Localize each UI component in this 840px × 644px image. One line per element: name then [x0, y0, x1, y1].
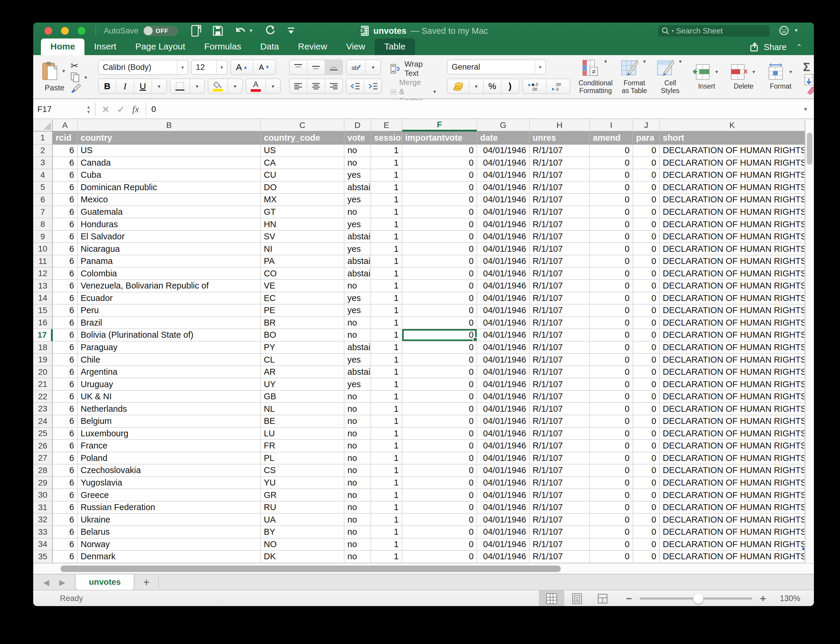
cell-I15[interactable]: 0: [590, 304, 633, 317]
cell-G27[interactable]: 04/01/1946: [477, 452, 530, 465]
row-header-12[interactable]: 12: [33, 268, 53, 280]
cell-D31[interactable]: no: [344, 501, 371, 514]
cell-I28[interactable]: 0: [590, 465, 633, 477]
cell-G26[interactable]: 04/01/1946: [477, 440, 530, 452]
cell-E8[interactable]: 1: [371, 219, 402, 231]
cell-styles-dropdown-arrow[interactable]: ▼: [676, 59, 684, 64]
cell-D16[interactable]: no: [344, 317, 371, 329]
horizontal-scrollbar-thumb[interactable]: [61, 565, 561, 572]
cell-J33[interactable]: 0: [633, 526, 660, 539]
cell-B11[interactable]: Panama: [77, 255, 261, 268]
cell-J32[interactable]: 0: [633, 514, 660, 526]
cell-A32[interactable]: 6: [53, 514, 77, 526]
ribbon-tab-formulas[interactable]: Formulas: [195, 38, 251, 55]
cell-A25[interactable]: 6: [53, 428, 77, 440]
cell-F33[interactable]: 0: [402, 526, 477, 539]
page-break-view-button[interactable]: [590, 590, 615, 606]
cell-H26[interactable]: R/1/107: [530, 440, 590, 452]
cell-D24[interactable]: no: [344, 415, 371, 428]
cell-I9[interactable]: 0: [590, 231, 633, 243]
cell-F14[interactable]: 0: [402, 292, 477, 305]
row-header-3[interactable]: 3: [33, 157, 53, 169]
cell-I14[interactable]: 0: [590, 292, 633, 305]
cell-G21[interactable]: 04/01/1946: [477, 378, 530, 391]
cell-I32[interactable]: 0: [590, 514, 633, 526]
cell-D33[interactable]: no: [344, 526, 371, 539]
cell-C6[interactable]: MX: [261, 194, 344, 206]
align-top-button[interactable]: [290, 60, 307, 74]
cell-F9[interactable]: 0: [402, 231, 477, 243]
font-name-select[interactable]: Calibri (Body) ▼: [98, 60, 188, 75]
increase-indent-button[interactable]: [364, 79, 382, 93]
cell-H4[interactable]: R/1/107: [530, 169, 590, 182]
cell-K16[interactable]: DECLARATION OF HUMAN RIGHTS: [660, 317, 805, 329]
column-header-D[interactable]: D: [344, 120, 371, 131]
row-header-4[interactable]: 4: [33, 169, 53, 182]
cell-K3[interactable]: DECLARATION OF HUMAN RIGHTS: [660, 157, 805, 169]
cell-I25[interactable]: 0: [590, 428, 633, 440]
row-header-21[interactable]: 21: [33, 378, 53, 391]
cell-I35[interactable]: 0: [590, 551, 633, 563]
expand-formula-bar-button[interactable]: ▼: [797, 100, 814, 118]
cell-K22[interactable]: DECLARATION OF HUMAN RIGHTS: [660, 391, 805, 403]
cell-G13[interactable]: 04/01/1946: [477, 280, 530, 292]
cell-C24[interactable]: BE: [261, 415, 344, 428]
cell-K26[interactable]: DECLARATION OF HUMAN RIGHTS: [660, 440, 805, 452]
cell-F10[interactable]: 0: [402, 243, 477, 255]
next-sheet-button[interactable]: ▶: [59, 578, 65, 587]
cell-J8[interactable]: 0: [633, 219, 660, 231]
table-resize-handle[interactable]: [800, 548, 804, 551]
row-header-11[interactable]: 11: [33, 255, 53, 268]
cell-K14[interactable]: DECLARATION OF HUMAN RIGHTS: [660, 292, 805, 305]
cell-H12[interactable]: R/1/107: [530, 268, 590, 280]
cell-E32[interactable]: 1: [371, 514, 402, 526]
align-right-button[interactable]: [325, 79, 343, 93]
undo-button[interactable]: ▼: [234, 26, 254, 36]
cell-A31[interactable]: 6: [53, 501, 77, 514]
row-header-29[interactable]: 29: [33, 477, 53, 490]
cell-J11[interactable]: 0: [633, 255, 660, 268]
save-button[interactable]: [212, 25, 223, 36]
cell-G11[interactable]: 04/01/1946: [477, 255, 530, 268]
cell-D15[interactable]: yes: [344, 304, 371, 317]
cell-I21[interactable]: 0: [590, 378, 633, 391]
cell-B24[interactable]: Belgium: [77, 415, 261, 428]
ribbon-tab-table[interactable]: Table: [375, 38, 415, 55]
cell-K33[interactable]: DECLARATION OF HUMAN RIGHTS: [660, 526, 805, 539]
row-header-35[interactable]: 35: [33, 551, 53, 563]
cell-C16[interactable]: BR: [261, 317, 344, 329]
cell-C17[interactable]: BO: [261, 329, 344, 342]
cell-I24[interactable]: 0: [590, 415, 633, 428]
cell-B29[interactable]: Yugoslavia: [77, 477, 261, 490]
row-header-30[interactable]: 30: [33, 489, 53, 501]
cell-C30[interactable]: GR: [261, 489, 344, 501]
cell-H18[interactable]: R/1/107: [530, 342, 590, 354]
cell-K25[interactable]: DECLARATION OF HUMAN RIGHTS: [660, 428, 805, 440]
cell-A24[interactable]: 6: [53, 415, 77, 428]
sheet-tab-unvotes[interactable]: unvotes: [75, 574, 134, 590]
cell-J19[interactable]: 0: [633, 354, 660, 366]
insert-function-button[interactable]: fx: [132, 104, 139, 115]
row-header-14[interactable]: 14: [33, 292, 53, 305]
cell-F25[interactable]: 0: [402, 428, 477, 440]
cell-A5[interactable]: 6: [53, 182, 77, 194]
cell-D23[interactable]: no: [344, 403, 371, 415]
cell-K29[interactable]: DECLARATION OF HUMAN RIGHTS: [660, 477, 805, 490]
cell-H6[interactable]: R/1/107: [530, 194, 590, 206]
cell-C3[interactable]: CA: [261, 157, 344, 169]
cell-C20[interactable]: AR: [261, 366, 344, 379]
cell-H15[interactable]: R/1/107: [530, 304, 590, 317]
feedback-dropdown-arrow[interactable]: ▼: [794, 28, 799, 33]
cell-H2[interactable]: R/1/107: [530, 145, 590, 157]
cell-A17[interactable]: 6: [53, 329, 77, 342]
cell-I29[interactable]: 0: [590, 477, 633, 490]
cell-D6[interactable]: yes: [344, 194, 371, 206]
cell-G5[interactable]: 04/01/1946: [477, 182, 530, 194]
cell-D30[interactable]: no: [344, 489, 371, 501]
row-header-5[interactable]: 5: [33, 182, 53, 194]
cell-H13[interactable]: R/1/107: [530, 280, 590, 292]
cell-K28[interactable]: DECLARATION OF HUMAN RIGHTS: [660, 465, 805, 477]
collapse-ribbon-button[interactable]: ⌃: [796, 43, 802, 51]
cell-D4[interactable]: yes: [344, 169, 371, 182]
conditional-formatting-button[interactable]: ≠ ▼ ConditionalFormatting: [578, 59, 613, 95]
